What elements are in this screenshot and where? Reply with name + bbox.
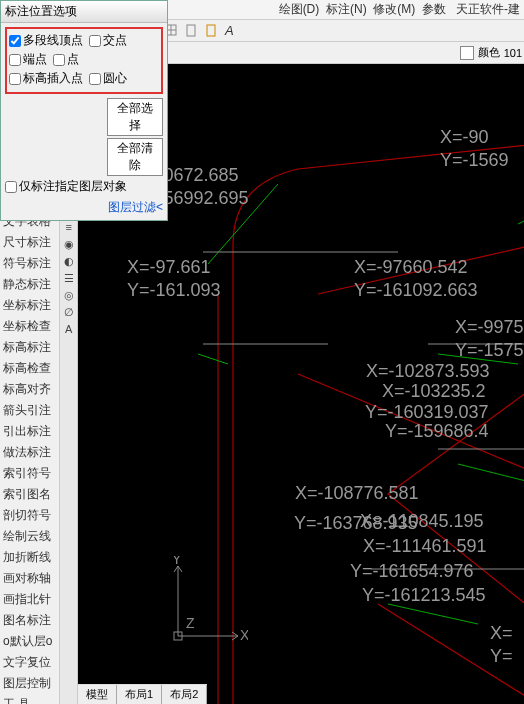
- checkbox-endpoint[interactable]: 端点: [9, 51, 47, 68]
- tool-icon[interactable]: ≡: [61, 219, 77, 235]
- menu-draw[interactable]: 绘图(D): [279, 2, 320, 16]
- coordinate-annotation: X=-111461.591: [363, 535, 487, 558]
- sidebar-item[interactable]: 坐标检查: [0, 316, 59, 337]
- sidebar-item[interactable]: 画对称轴: [0, 568, 59, 589]
- coordinate-annotation: X=-103235.2: [382, 380, 486, 403]
- checkbox-layer-only[interactable]: 仅标注指定图层对象: [5, 178, 127, 195]
- coordinate-annotation: Y=-161654.976: [350, 560, 474, 583]
- menu-annotate[interactable]: 标注(N): [326, 2, 367, 16]
- menu-modify[interactable]: 修改(M): [373, 2, 415, 16]
- coordinate-annotation: Y=-159686.4: [385, 420, 489, 443]
- checkbox-elev-insert[interactable]: 标高插入点: [9, 70, 83, 87]
- layer-filter-button[interactable]: 图层过滤<: [5, 199, 163, 216]
- clear-all-button[interactable]: 全部清除: [107, 138, 163, 176]
- dialog-title: 标注位置选项: [1, 1, 167, 23]
- coordinate-annotation: X=-97660.542Y=-161092.663: [354, 256, 478, 303]
- tool-icon[interactable]: ☰: [61, 270, 77, 286]
- coordinate-annotation: Y=-161213.545: [362, 584, 486, 607]
- select-all-button[interactable]: 全部选择: [107, 98, 163, 136]
- sidebar-item[interactable]: o默认层o: [0, 631, 59, 652]
- sidebar-item[interactable]: 尺寸标注: [0, 232, 59, 253]
- sidebar-item[interactable]: 画指北针: [0, 589, 59, 610]
- sidebar-item[interactable]: 静态标注: [0, 274, 59, 295]
- sidebar-item[interactable]: 加折断线: [0, 547, 59, 568]
- layout-tabs: 模型 布局1 布局2: [78, 684, 207, 704]
- sidebar-item[interactable]: 标高对齐: [0, 379, 59, 400]
- ucs-axis-icon: Y X Z: [168, 556, 248, 646]
- sidebar-item[interactable]: 做法标注: [0, 442, 59, 463]
- sidebar-item[interactable]: 文字复位: [0, 652, 59, 673]
- checkbox-intersection[interactable]: 交点: [89, 32, 127, 49]
- checkbox-point[interactable]: 点: [53, 51, 79, 68]
- axis-y-label: Y: [172, 556, 182, 567]
- brand-label: 天正软件-建: [456, 2, 520, 16]
- sidebar-item[interactable]: 剖切符号: [0, 505, 59, 526]
- sidebar-item[interactable]: 绘制云线: [0, 526, 59, 547]
- tool-icon[interactable]: ◐: [61, 253, 77, 269]
- axis-x-label: X: [240, 627, 248, 643]
- paste-icon[interactable]: [203, 22, 221, 40]
- svg-rect-6: [207, 25, 215, 36]
- svg-text:A: A: [224, 23, 234, 38]
- text-style-icon[interactable]: A: [223, 22, 241, 40]
- sidebar-item[interactable]: 箭头引注: [0, 400, 59, 421]
- color-number: 101: [504, 47, 522, 59]
- coordinate-annotation: X=-97.661Y=-161.093: [127, 256, 221, 303]
- color-swatch[interactable]: [460, 46, 474, 60]
- sidebar-item[interactable]: 标高检查: [0, 358, 59, 379]
- annotation-options-dialog: 标注位置选项 多段线顶点 交点 端点 点 标高插入点 圆心 全部选择 全部清除: [0, 0, 168, 221]
- tab-layout2[interactable]: 布局2: [162, 685, 207, 704]
- sidebar-item[interactable]: 标高标注: [0, 337, 59, 358]
- sidebar-item[interactable]: 索引图名: [0, 484, 59, 505]
- tool-icon[interactable]: ◎: [61, 287, 77, 303]
- sidebar-item[interactable]: 引出标注: [0, 421, 59, 442]
- tab-model[interactable]: 模型: [78, 685, 117, 704]
- checkbox-center[interactable]: 圆心: [89, 70, 127, 87]
- sidebar-item[interactable]: 坐标标注: [0, 295, 59, 316]
- coordinate-annotation: X=-90Y=-1569: [440, 126, 509, 173]
- sidebar-item[interactable]: 图层控制: [0, 673, 59, 694]
- tab-layout1[interactable]: 布局1: [117, 685, 162, 704]
- sidebar-item[interactable]: 图名标注: [0, 610, 59, 631]
- coordinate-annotation: X=-9975Y=-1575: [455, 316, 524, 363]
- menu-group: 绘图(D) 标注(N) 修改(M) 参数 天正软件-建: [279, 1, 520, 18]
- tool-icon[interactable]: A: [61, 321, 77, 337]
- sidebar-item[interactable]: 符号标注: [0, 253, 59, 274]
- sidebar-item[interactable]: 索引符号: [0, 463, 59, 484]
- menu-param[interactable]: 参数: [422, 2, 446, 16]
- coordinate-annotation: X=-110845.195: [360, 510, 484, 533]
- tool-icon[interactable]: ∅: [61, 304, 77, 320]
- coordinate-annotation: X=Y=: [490, 622, 513, 669]
- clipboard-icon[interactable]: [183, 22, 201, 40]
- axis-z-label: Z: [186, 615, 195, 631]
- tool-icon[interactable]: ◉: [61, 236, 77, 252]
- svg-rect-5: [187, 25, 195, 36]
- checkbox-polyline-vertex[interactable]: 多段线顶点: [9, 32, 83, 49]
- point-type-group: 多段线顶点 交点 端点 点 标高插入点 圆心: [5, 27, 163, 94]
- color-label: 颜色: [478, 45, 500, 60]
- sidebar-item[interactable]: 工 具: [0, 694, 59, 704]
- coordinate-annotation: X=-108776.581: [295, 482, 419, 505]
